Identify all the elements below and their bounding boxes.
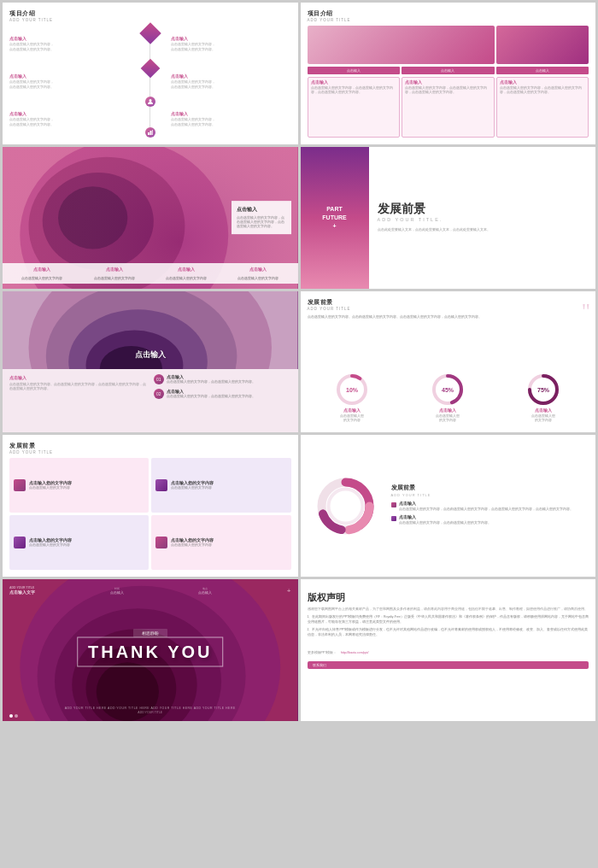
slide8-text: 发展前景 ADD YOUR TITLE 点击输入点击选里输入您的文字内容，点击由… — [384, 442, 589, 570]
slide7-title: 发展前景 — [9, 442, 291, 450]
box-4: 点击输入您的文字内容点击选里输入您的文字内容 — [151, 515, 290, 570]
tab-3[interactable]: 点击输入 — [496, 67, 589, 74]
slide9-place: 地点点击输入 — [198, 587, 212, 595]
box-icon-1 — [14, 479, 26, 491]
slide2-title: 项目介绍 — [308, 9, 589, 18]
slide10-item1: 1、在此期间出版发行的PPT模板均免费使用（RF：Royalty-Free）正版… — [308, 615, 589, 625]
thank-you-box: THANK YOU — [77, 637, 224, 667]
card-1: 点击输入 点击选里输入您的文字内容，点击选里输入您的文字内容，点击选里输入您的文… — [308, 77, 401, 138]
slide10-intro: 感谢您下载网图网平台上的相关素材产品，为了您和网图及众多作者的利益，请勿将此内容… — [308, 607, 589, 613]
svg-rect-1 — [148, 132, 150, 135]
slide-8: 发展前景 ADD YOUR TITLE 点击输入点击选里输入您的文字内容，点击由… — [301, 435, 596, 577]
slide-grid: 项目介绍 ADD YOUR TITLE 点击输入点击选里输入您的文字内容，点击选… — [0, 0, 598, 868]
diamond-icon — [139, 22, 161, 44]
slide9-main-title: ADD YOUR TITLE点击输入文字 — [9, 586, 35, 595]
card-3: 点击输入 点击选里输入您的文字内容，点击选里输入您的文字内容，点击选里输入您的文… — [496, 77, 589, 138]
svg-text:10%: 10% — [346, 387, 359, 393]
dot-1 — [391, 502, 396, 507]
slide8-chart — [308, 442, 384, 570]
svg-point-0 — [149, 99, 151, 102]
connector-2 — [150, 75, 150, 96]
slide6-text: 点击选里输入您的文字内容。点击由选里输入您的文字内容。点击选里输入您的文字内容，… — [308, 314, 547, 320]
slide4-title: 发展前景 — [378, 202, 588, 217]
slide3-text-box: 点击输入 点击选里输入您的文字内容，点击选里输入您的文字内容，点击选里输入您的文… — [232, 201, 291, 235]
icon-chart — [145, 127, 155, 138]
slide-9: ADD YOUR TITLE点击输入文字 时间点击输入 地点点击输入 + 相思静… — [3, 579, 298, 721]
dot-1 — [15, 714, 18, 718]
slide5-hero: 点击输入 — [3, 291, 298, 369]
image-top-wide — [308, 26, 495, 64]
slide8-title: 发展前景 — [391, 484, 583, 492]
circle-chart-2: 45% — [431, 372, 465, 407]
num-01: 01 — [154, 374, 164, 384]
slide10-link[interactable]: http://ibaotu.com/ppt/ — [341, 651, 369, 654]
box-icon-4 — [155, 537, 167, 548]
slide8-subtitle: ADD YOUR TITLE — [391, 493, 583, 497]
slide6-subtitle: ADD YOUR TITLE — [308, 307, 589, 311]
box-3: 点击输入您的文字内容点击选里输入您的文字内容 — [9, 515, 149, 570]
svg-point-29 — [332, 492, 360, 519]
icon-person — [145, 97, 155, 107]
image-top-right — [496, 26, 589, 64]
slide9-plus: + — [287, 587, 291, 595]
slide9-bottom: ADD YOUR TITLE HERE ADD YOUR TITLE HERE … — [3, 707, 298, 714]
slide4-accent: PARTFUTURE+ — [301, 147, 369, 289]
slide1-title: 项目介绍 — [9, 9, 291, 18]
thank-you-text: THANK YOU — [88, 642, 213, 662]
progress-row: 10% 点击输入 点击选里输入您的文字内容 45% 点击输入 点击选里输入您的文… — [308, 325, 589, 425]
circle-chart-3: 75% — [526, 372, 560, 407]
slide5-bottom: 点击输入 点击选里输入您的文字内容。点击选里输入您的文字内容，点击选里输入您的文… — [3, 369, 298, 405]
slide7-subtitle: ADD YOUR TITLE — [9, 450, 291, 455]
num-02: 02 — [154, 389, 164, 399]
part-label: PARTFUTURE+ — [322, 205, 346, 230]
svg-rect-2 — [150, 131, 151, 135]
card-2: 点击输入 点击选里输入您的文字内容，点击选里输入您的文字内容，点击选里输入您的文… — [402, 77, 495, 138]
slide-2: 项目介绍 ADD YOUR TITLE 点击输入 点击输入 点击输入 点击输入 … — [301, 3, 596, 144]
slide5-main-title: 点击输入 — [135, 349, 166, 361]
slide-3: 点击输入 点击选里输入您的文字内容，点击选里输入您的文字内容，点击选里输入您的文… — [3, 147, 298, 289]
donut-chart — [314, 474, 378, 538]
slide10-more: 更多模板PPT模板： — [308, 651, 337, 654]
svg-rect-3 — [152, 130, 153, 135]
tab-2[interactable]: 点击输入 — [402, 67, 495, 74]
box-icon-3 — [14, 537, 26, 548]
boxes-grid: 点击输入您的文字内容点击选里输入您的文字内容 点击输入您的文字内容点击选里输入您… — [9, 458, 291, 570]
quote-mark: " — [582, 300, 590, 324]
contact-btn[interactable]: 联系我们 — [308, 661, 589, 669]
slide2-subtitle: ADD YOUR TITLE — [308, 18, 589, 22]
slide10-item2: 2、不允许向他人转售PPT模板或作为模板进行分发，也不允许对其他网站作品进行改编… — [308, 628, 589, 638]
svg-text:45%: 45% — [442, 387, 454, 393]
slide4-content: 发展前景 ADD YOUR TITLE. 点击此处里要输入文本，点击此处里要输入… — [369, 147, 596, 289]
slide9-time: 时间点击输入 — [110, 587, 124, 595]
svg-text:75%: 75% — [537, 387, 550, 393]
circle-chart-1: 10% — [335, 372, 369, 407]
slide-7: 发展前景 ADD YOUR TITLE 点击输入您的文字内容点击选里输入您的文字… — [3, 435, 298, 577]
slide9-topbar: ADD YOUR TITLE点击输入文字 时间点击输入 地点点击输入 + — [3, 586, 298, 595]
slide-10: 版权声明 感谢您下载网图网平台上的相关素材产品，为了您和网图及众多作者的利益，请… — [301, 579, 596, 721]
tab-1[interactable]: 点击输入 — [308, 67, 401, 74]
slide6-title: 发展前景 — [308, 298, 589, 307]
box-icon-2 — [155, 479, 167, 491]
box-2: 点击输入您的文字内容点击选里输入您的文字内容 — [151, 458, 290, 513]
slide4-text: 点击此处里要输入文本，点击此处里要输入文本，点击此处里要输入文本。 — [378, 227, 588, 233]
slide9-bottom-text: ADD YOUR TITLE HERE ADD YOUR TITLE HERE … — [3, 707, 298, 710]
slide-6: 发展前景 ADD YOUR TITLE " 点击选里输入您的文字内容。点击由选里… — [301, 291, 596, 433]
slide9-dots — [9, 714, 18, 718]
slide10-title: 版权声明 — [308, 591, 589, 604]
connector-3 — [150, 107, 150, 127]
slide4-subtitle: ADD YOUR TITLE. — [378, 217, 588, 222]
dot-2 — [391, 516, 396, 521]
slide3-bottom: 点击输入点击选里输入您的文字内容 点击输入点击选里输入您的文字内容 点击输入点击… — [3, 263, 298, 284]
diamond-icon-2 — [140, 59, 160, 79]
slide9-bottom-sub: ADD YOUR TITLE — [3, 711, 298, 714]
box-1: 点击输入您的文字内容点击选里输入您的文字内容 — [9, 458, 149, 513]
slide-5: 点击输入 点击输入 点击选里输入您的文字内容。点击选里输入您的文字内容，点击选里… — [3, 291, 298, 433]
dot-active — [9, 714, 13, 718]
slide-4: PARTFUTURE+ 发展前景 ADD YOUR TITLE. 点击此处里要输… — [301, 147, 596, 289]
slide-1: 项目介绍 ADD YOUR TITLE 点击输入点击选里输入您的文字内容，点击选… — [3, 3, 298, 144]
